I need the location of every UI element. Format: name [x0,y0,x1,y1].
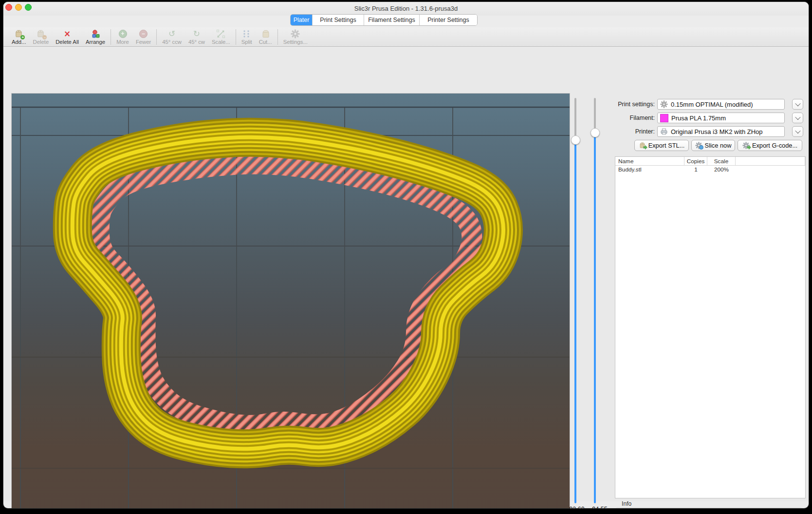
box-minus-icon: – [36,29,45,38]
layer-slider-low-track-lower[interactable] [574,140,576,503]
tab-plater[interactable]: Plater [291,15,313,25]
plus-circle-icon: + [119,29,127,38]
object-list: Name Copies Scale Buddy.stl 1 200% [615,156,806,498]
tab-print-settings[interactable]: Print Settings [313,15,364,25]
tab-printer-settings[interactable]: Printer Settings [420,15,477,25]
scale-button[interactable]: Scale... [208,28,234,46]
add-button[interactable]: + Add... [8,28,30,46]
export-gcode-button[interactable]: Export G-code... [738,140,802,151]
print-settings-label: Print settings: [578,99,655,110]
layer-slider-high-value: 94.55 [586,506,613,508]
toolbar-separator [111,29,111,45]
column-header-scale[interactable]: Scale [707,157,736,165]
layer-slider-low-track-upper[interactable] [574,98,576,140]
arrange-icon [91,29,100,38]
printer-label: Printer: [578,126,655,137]
object-name: Buddy.stl [615,166,684,173]
filament-select[interactable]: Prusa PLA 1.75mm [657,113,785,123]
printer-select[interactable]: Original Prusa i3 MK2 with ZHop [657,126,785,137]
toolbar-separator [236,29,236,45]
gear-icon [660,100,668,108]
minus-circle-icon: – [139,29,148,38]
column-header-copies[interactable]: Copies [684,157,707,165]
chevron-down-icon [795,128,800,133]
more-button[interactable]: + More [113,28,132,46]
toolbar-separator [156,29,157,45]
printer-icon [660,128,668,135]
object-row-spacer [736,166,805,173]
rotate-ccw-icon: ↺ [168,29,175,38]
export-stl-label: Export STL... [648,142,685,149]
app-window: Slic3r Prusa Edition - 1.31.6-prusa3d Pl… [3,2,809,508]
filament-value: Prusa PLA 1.75mm [671,114,726,122]
chevron-down-icon [795,101,800,106]
column-header-spacer [736,157,805,165]
split-button[interactable]: Split [238,28,256,46]
table-row[interactable]: Buddy.stl 1 200% [615,166,805,173]
rotate-cw-button[interactable]: ↻ 45° cw [185,28,208,46]
object-copies: 1 [684,166,707,173]
filament-label: Filament: [578,113,655,123]
toolbar-separator [277,29,278,45]
print-settings-select[interactable]: 0.15mm OPTIMAL (modified) [657,99,785,110]
printer-value: Original Prusa i3 MK2 with ZHop [671,128,763,135]
filament-swatch [660,114,668,122]
preview-canvas [12,94,570,508]
chevron-down-icon [795,114,800,120]
plater-content: 92.60 94.55 1 Layer Print settings: 0.15… [3,47,809,501]
delete-all-button[interactable]: × Delete All [52,28,82,46]
plater-toolbar: + Add... – Delete × Delete All Arrang [3,27,809,47]
fewer-button[interactable]: – Fewer [132,28,154,46]
delete-button[interactable]: – Delete [30,28,53,46]
print-settings-value: 0.15mm OPTIMAL (modified) [671,101,753,108]
rotate-ccw-button[interactable]: ↺ 45° ccw [159,28,185,46]
main-tab-bar: Plater Print Settings Filament Settings … [290,14,478,26]
layer-slider-high-track-lower[interactable] [594,133,596,503]
preview-viewport[interactable] [11,93,570,508]
column-header-name[interactable]: Name [615,157,684,165]
info-panel: Size: Facets: Manifold: Volume: Material… [615,507,803,508]
title-bar: Slic3r Prusa Edition - 1.31.6-prusa3d [3,2,809,16]
slice-gear-icon [695,142,702,149]
export-box-icon [639,142,646,149]
cut-button[interactable]: Cut... [256,28,276,46]
box-plus-icon: + [14,29,23,38]
cut-icon [261,29,270,38]
print-settings-dropdown-button[interactable] [792,99,803,110]
settings-button[interactable]: Settings... [280,28,311,46]
export-stl-button[interactable]: Export STL... [634,140,689,151]
export-gcode-label: Export G-code... [752,142,797,149]
window-title: Slic3r Prusa Edition - 1.31.6-prusa3d [3,5,809,12]
slice-now-label: Slice now [705,142,732,149]
split-icon [242,29,251,38]
object-list-header: Name Copies Scale [615,157,805,166]
arrange-button[interactable]: Arrange [82,28,109,46]
gear-icon [291,29,300,38]
export-gear-icon [742,142,750,149]
filament-dropdown-button[interactable] [792,113,803,123]
object-scale: 200% [707,166,736,173]
tab-filament-settings[interactable]: Filament Settings [364,15,420,25]
scale-icon [216,29,225,38]
slice-now-button[interactable]: Slice now [691,140,735,151]
info-section-title: Info [622,500,631,507]
rotate-cw-icon: ↻ [193,29,200,38]
red-x-icon: × [64,29,71,38]
printer-dropdown-button[interactable] [792,126,803,137]
